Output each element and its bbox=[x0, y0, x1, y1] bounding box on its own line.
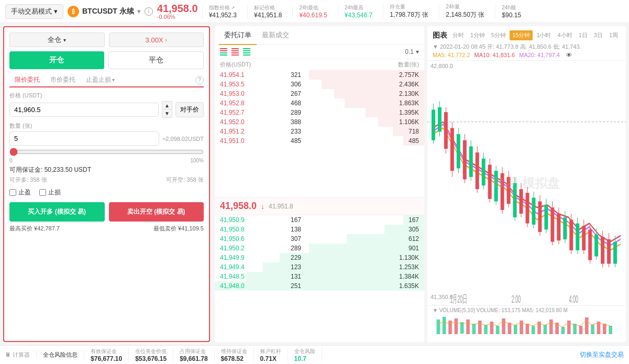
table-row[interactable]: 41,954.13212.757K bbox=[215, 70, 424, 80]
eye-icon[interactable]: 👁 bbox=[566, 52, 572, 58]
svg-rect-75 bbox=[502, 318, 505, 334]
ob-price-header: 价格(USDT) bbox=[220, 61, 251, 69]
table-row[interactable]: 41,953.02672.130K bbox=[215, 89, 424, 98]
svg-rect-71 bbox=[478, 321, 482, 334]
time-tab-15m[interactable]: 15分钟 bbox=[510, 30, 533, 40]
time-tab-5m[interactable]: 5分钟 bbox=[489, 30, 509, 40]
table-row[interactable]: 41,950.8138305 bbox=[215, 225, 424, 234]
vol-24h: 24h量 2,148.50万 张 bbox=[439, 3, 491, 19]
table-row[interactable]: 41,949.41231.253K bbox=[215, 262, 424, 272]
svg-text:4:00: 4:00 bbox=[569, 293, 578, 305]
low-24h: 24h最低 ¥40,619.5 bbox=[292, 4, 333, 19]
svg-rect-79 bbox=[526, 324, 529, 334]
time-tab-4h[interactable]: 4小时 bbox=[555, 30, 575, 40]
svg-rect-90 bbox=[591, 325, 594, 334]
amount-24h: 24h额 $90.15 bbox=[495, 4, 527, 19]
occupied-margin-value: $9,661.78 bbox=[180, 355, 207, 362]
decimal-selector[interactable]: 0.1 ▾ bbox=[405, 48, 419, 56]
counterparty-price-button[interactable]: 对手价 bbox=[175, 102, 204, 117]
coin-name: BTCUSDT 永续 bbox=[82, 7, 134, 16]
table-row[interactable]: 41,953.53062.436K bbox=[215, 80, 424, 89]
table-row[interactable]: 41,950.9167167 bbox=[215, 215, 424, 225]
time-tab-1m[interactable]: 1分钟 bbox=[468, 30, 488, 40]
table-row[interactable]: 41,950.2289901 bbox=[215, 244, 424, 253]
stop-profit-checkbox[interactable]: 止盈 bbox=[9, 188, 31, 197]
btc-icon: ₿ bbox=[68, 6, 79, 17]
time-tab-1w[interactable]: 1周 bbox=[606, 30, 621, 40]
svg-rect-74 bbox=[496, 326, 500, 334]
orderbook-tabs: 委托订单 最新成交 bbox=[215, 26, 424, 45]
table-row[interactable]: 41,950.6307612 bbox=[215, 234, 424, 244]
effective-margin-section: 有效保证金 $76,677.10 bbox=[84, 348, 129, 362]
tab-orders[interactable]: 委托订单 bbox=[219, 26, 257, 45]
stop-loss-checkbox[interactable]: 止损 bbox=[39, 188, 61, 197]
qty-input[interactable] bbox=[9, 131, 159, 146]
trade-mode-button[interactable]: 手动交易模式 ▾ bbox=[5, 4, 63, 19]
qty-slider[interactable] bbox=[9, 148, 204, 156]
orderbook-panel: 委托订单 最新成交 bbox=[215, 26, 424, 342]
chevron-down-icon: ▾ bbox=[137, 8, 140, 15]
maintain-margin-value: $678.52 bbox=[221, 355, 247, 362]
tab-market-order[interactable]: 市价委托 bbox=[45, 73, 81, 86]
info-icon[interactable]: i bbox=[145, 7, 153, 16]
occupied-margin-section: 占用保证金 $9,661.78 bbox=[173, 348, 214, 362]
account-leverage-value: 0.71X bbox=[260, 355, 281, 362]
ma20-label: MA20: 41,797.4 bbox=[519, 52, 560, 58]
price-increment-button[interactable]: ▲ bbox=[162, 101, 172, 109]
chevron-down-icon: ▾ bbox=[63, 37, 66, 43]
table-row[interactable]: 41,952.84681.863K bbox=[215, 98, 424, 108]
svg-rect-83 bbox=[549, 319, 553, 334]
position-value: $53,676.15 bbox=[135, 355, 167, 362]
open-position-tab[interactable]: 开仓 bbox=[9, 51, 104, 69]
index-price-value: ¥41,952.3 bbox=[209, 12, 237, 19]
svg-rect-72 bbox=[484, 325, 488, 334]
filter-icon-ask[interactable] bbox=[231, 48, 239, 56]
close-position-tab[interactable]: 平仓 bbox=[108, 51, 204, 69]
tab-limit-order[interactable]: 限价委托 bbox=[9, 73, 45, 87]
tab-recent-trades[interactable]: 最新成交 bbox=[257, 26, 294, 45]
bids-section: 41,950.9167167 41,950.8138305 41,950.630… bbox=[215, 215, 424, 342]
table-row[interactable]: 41,952.72891.395K bbox=[215, 108, 424, 117]
settings-icon[interactable]: ? bbox=[195, 76, 204, 84]
low-24h-label: 24h最低 bbox=[299, 4, 318, 12]
svg-rect-93 bbox=[609, 326, 612, 334]
leverage-selector[interactable]: 3.00X › bbox=[109, 32, 204, 47]
filter-icon-both[interactable] bbox=[220, 48, 227, 56]
time-tab-1d[interactable]: 1日 bbox=[576, 30, 590, 40]
full-risk-value: 10.7 bbox=[294, 355, 315, 362]
table-row[interactable]: 41,948.51311.384K bbox=[215, 272, 424, 281]
price-change: -0.06% bbox=[157, 14, 175, 20]
account-leverage-section: 账户杠杆 0.71X bbox=[254, 348, 288, 362]
current-price-row: 41,958.0 ↓ 41,951.8 bbox=[215, 197, 424, 215]
time-tab-1h[interactable]: 1小时 bbox=[534, 30, 554, 40]
buy-open-button[interactable]: 买入开多 (模拟交 易) bbox=[9, 202, 105, 222]
price-input[interactable] bbox=[9, 103, 159, 117]
table-row[interactable]: 41,952.03881.106K bbox=[215, 117, 424, 127]
position-mode-selector[interactable]: 全仓 ▾ bbox=[9, 32, 105, 47]
current-price-sub: 41,951.8 bbox=[269, 203, 293, 210]
table-row[interactable]: 41,951.2233718 bbox=[215, 127, 424, 136]
chevron-right-icon: › bbox=[165, 37, 167, 43]
svg-rect-66 bbox=[448, 321, 452, 334]
table-row[interactable]: 41,951.0485485 bbox=[215, 136, 424, 146]
switch-link[interactable]: 切换至实盘交易 bbox=[580, 351, 624, 358]
available-margin: 可用保证金: 50,233.50 USDT bbox=[9, 166, 204, 174]
sell-open-button[interactable]: 卖出开空 (模拟交 易) bbox=[109, 202, 204, 222]
can-open-long: 可开多: 358 张 bbox=[9, 176, 47, 184]
price-big: 41,958.0 bbox=[157, 3, 198, 14]
tab-stop-order[interactable]: 止盈止损 ▾ bbox=[81, 73, 120, 86]
price-decrement-button[interactable]: ▼ bbox=[162, 109, 172, 118]
svg-rect-92 bbox=[603, 324, 606, 334]
mark-price-value: ¥41,951.8 bbox=[254, 12, 282, 19]
coin-selector[interactable]: ₿ BTCUSDT 永续 ▾ bbox=[68, 6, 140, 17]
switch-to-live[interactable]: 切换至实盘交易 bbox=[573, 350, 624, 359]
time-tab-fenshi[interactable]: 分时 bbox=[450, 30, 467, 40]
volume-area: ▼ VOLUME(5,10) VOLUME: 153,175 MA5: 142,… bbox=[427, 305, 626, 342]
can-open-short: 可开空: 358 张 bbox=[166, 176, 204, 184]
table-row[interactable]: 41,948.02511.635K bbox=[215, 281, 424, 291]
filter-icon-bid[interactable] bbox=[243, 48, 250, 56]
chevron-down-icon: ▾ bbox=[416, 48, 419, 56]
time-tab-3d[interactable]: 3日 bbox=[591, 30, 605, 40]
table-row[interactable]: 41,949.92291.130K bbox=[215, 253, 424, 262]
ob-qty-header: 数量(张) bbox=[398, 61, 419, 69]
